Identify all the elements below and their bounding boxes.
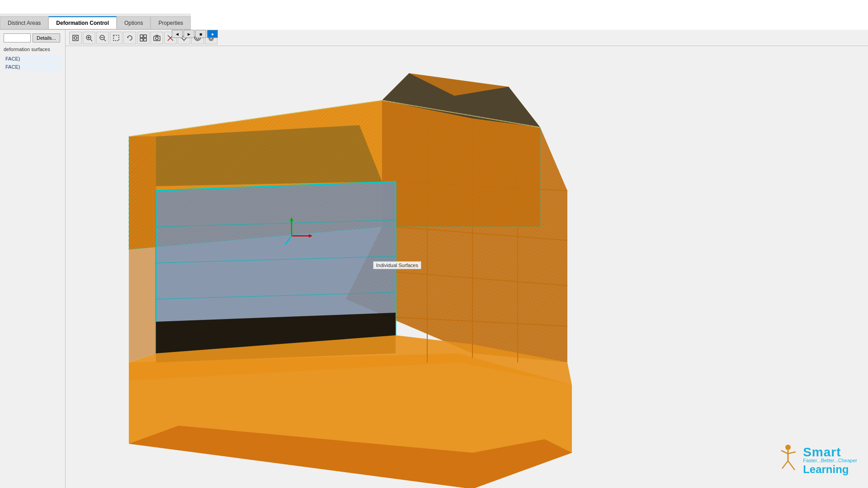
- tab-properties[interactable]: Properties: [151, 16, 191, 29]
- tab-deformation-control[interactable]: Deformation Control: [48, 16, 117, 29]
- ctrl-btn-1[interactable]: ◄: [172, 30, 183, 38]
- rotate-button[interactable]: [123, 32, 136, 44]
- details-button[interactable]: Details...: [33, 33, 60, 42]
- tab-distinct-areas[interactable]: Distinct Areas: [0, 16, 48, 29]
- svg-line-62: [781, 450, 788, 454]
- svg-line-63: [788, 452, 796, 454]
- left-panel: Details... deformation surfaces FACE) FA…: [0, 30, 66, 488]
- tab-bar: Distinct Areas Deformation Control Optio…: [0, 14, 191, 30]
- svg-rect-11: [140, 35, 143, 38]
- svg-rect-14: [144, 38, 146, 41]
- svg-line-3: [90, 39, 92, 41]
- 3d-model-svg: [66, 46, 868, 488]
- svg-rect-9: [113, 35, 119, 41]
- snap-button[interactable]: [137, 32, 150, 44]
- box-zoom-button[interactable]: [110, 32, 123, 44]
- svg-rect-13: [140, 38, 143, 41]
- zoom-in-button[interactable]: [83, 32, 95, 44]
- watermark-text: Smart Faster...Better...Cheaper Learning: [803, 445, 857, 476]
- svg-point-60: [785, 445, 791, 450]
- svg-line-65: [788, 461, 795, 470]
- svg-rect-12: [144, 35, 146, 38]
- svg-line-7: [104, 39, 106, 41]
- svg-point-1: [74, 37, 77, 39]
- main-viewport: Individual Surfaces Smart Faster...Bette…: [66, 46, 868, 488]
- watermark-figure: [777, 444, 799, 477]
- surface-item-2[interactable]: FACE): [4, 63, 61, 70]
- tab-options[interactable]: Options: [117, 16, 151, 29]
- ctrl-btn-4[interactable]: ●: [207, 30, 218, 38]
- ctrl-btn-3[interactable]: ■: [195, 30, 206, 38]
- surface-input[interactable]: [4, 33, 31, 42]
- watermark: Smart Faster...Better...Cheaper Learning: [777, 444, 857, 477]
- camera-button[interactable]: [151, 32, 163, 44]
- surface-item-1[interactable]: FACE): [4, 55, 61, 62]
- ctrl-btn-2[interactable]: ►: [184, 30, 194, 38]
- svg-rect-0: [73, 35, 78, 41]
- zoom-fit-button[interactable]: [69, 32, 82, 44]
- zoom-out-button[interactable]: [96, 32, 109, 44]
- section-label: deformation surfaces: [4, 46, 61, 52]
- watermark-tagline: Faster...Better...Cheaper: [803, 458, 857, 463]
- svg-point-16: [156, 37, 158, 40]
- input-row: Details...: [4, 33, 61, 42]
- watermark-learning: Learning: [803, 463, 857, 476]
- svg-line-64: [782, 461, 788, 469]
- top-controls: ◄ ► ■ ●: [172, 30, 218, 38]
